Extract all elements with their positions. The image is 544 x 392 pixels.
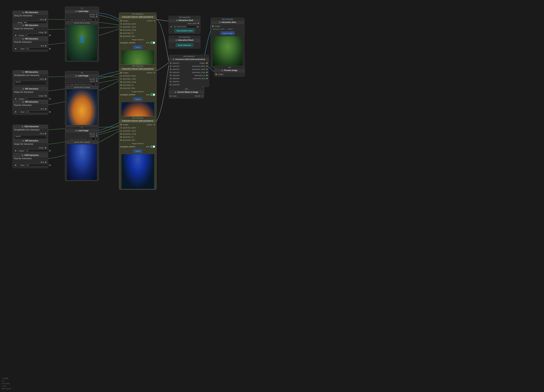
node-89-float-in: parameter_float — [120, 139, 136, 141]
node-98-stringml: #98 Interactive StringMultiline (for Int… — [12, 70, 48, 87]
node-6-dot — [75, 75, 77, 76]
node-6-image-preview — [67, 89, 97, 125]
node-100-prev-btn[interactable]: ◄ — [14, 164, 17, 166]
node-86-header: Interactive Switch (with parameters) — [169, 58, 209, 61]
node-100-next-btn[interactable]: ► — [49, 164, 51, 166]
node-93-float-input[interactable] — [25, 47, 49, 50]
node-54-id: #54 Interactive — [169, 36, 200, 39]
node-95-dot — [22, 88, 24, 90]
node-93-float-field: ◄ float ► — [14, 47, 46, 50]
node-91-string-out: string — [14, 18, 46, 20]
node-49-dot — [222, 70, 223, 71]
node-95-next-btn[interactable]: ► — [49, 97, 51, 100]
node-5-header: Load Image — [65, 10, 99, 13]
node-87-toggle[interactable] — [150, 41, 155, 44]
node-68-toggle[interactable] — [150, 93, 155, 96]
node-87-latent-in: parameter_latent — [120, 23, 136, 25]
node-87-ports: images parameter_latent parameter_mask p… — [119, 19, 156, 38]
node-99-int-port — [45, 147, 46, 149]
node-53-new-random-btn[interactable]: New Random Seed — [174, 29, 195, 33]
node-93-float: #93 Interactive Float (for Interactive) … — [12, 37, 48, 52]
node-68-images-label: images selector — [119, 90, 156, 93]
node-98-text-input[interactable]: test2 — [14, 81, 46, 85]
node-6-prev-file[interactable]: ◄ — [67, 83, 69, 85]
node-87-int-in: parameter_int — [120, 32, 136, 34]
node-68-float-in: parameter_float — [120, 87, 136, 89]
node-6-choose-btn[interactable]: choose file to upload — [66, 86, 98, 89]
node-5-prev-file[interactable]: ◄ — [67, 19, 69, 21]
node-91-subtitle: String (for Interactive) — [13, 14, 48, 17]
node-68-selector-out: selector — [147, 72, 155, 74]
node-96-float-field: ◄ float ► — [14, 111, 46, 113]
node-49-images-in: images — [215, 73, 243, 75]
node-7-next-file[interactable]: ► — [95, 138, 97, 140]
node-48-id: #48 — [169, 88, 204, 90]
node-91-header: #91 Interactive — [13, 11, 48, 14]
node-95-int-input[interactable] — [25, 97, 49, 100]
node-49-id: #49 — [214, 66, 245, 69]
node-95-int-field: ◄ integer ► — [14, 97, 46, 100]
node-89-select-btn[interactable]: Select — [133, 149, 142, 153]
node-55-save: #55 Interactive Interactive Save images … — [211, 18, 244, 68]
node-53-seed-field: ◄ 358778032592680 ► — [170, 25, 199, 28]
node-89-toggle[interactable] — [150, 145, 155, 148]
node-91-string-input[interactable] — [23, 21, 47, 24]
node-100-float-input[interactable] — [25, 164, 49, 166]
node-68-select-btn[interactable]: Select — [133, 97, 142, 101]
node-54-dot — [176, 40, 177, 41]
node-6-next-file[interactable]: ► — [95, 83, 97, 85]
node-55-save-btn[interactable]: Save Image — [221, 31, 235, 35]
node-100-dot — [22, 155, 23, 156]
node-53-seed-input[interactable]: 358778032592680 — [173, 25, 196, 28]
node-92-header: #92 Interactive — [13, 24, 48, 27]
node-53-seed-next[interactable]: ► — [197, 26, 199, 28]
node-96-next-btn[interactable]: ► — [49, 111, 51, 113]
node-100-float-port — [45, 161, 46, 163]
node-100-float-out: float — [14, 161, 46, 163]
node-87-selector-out: selector — [147, 20, 155, 22]
node-96-prev-btn[interactable]: ◄ — [14, 111, 17, 113]
node-68-string-in: parameter_string — [120, 81, 136, 83]
node-7-file-field: ◄ image clipspace/clipspace-mask-25319.5… — [66, 138, 98, 140]
node-5-file-field: ◄ image clipspace/clipspace-mask-13606.6… — [66, 18, 98, 21]
node-98-string-out: string — [14, 78, 46, 80]
node-99-int-input[interactable] — [25, 149, 49, 152]
node-99-int-out: integer — [14, 147, 46, 149]
node-92-next-btn[interactable]: ► — [49, 34, 51, 37]
node-68-latent-in: parameter_latent — [120, 75, 136, 77]
node-87-images-label: images selector — [119, 38, 156, 41]
node-93-header: #93 Interactive — [13, 37, 48, 41]
node-95-prev-btn[interactable]: ◄ — [14, 97, 17, 100]
node-96-float-input[interactable] — [25, 111, 49, 113]
node-5-next-file[interactable]: ► — [95, 19, 97, 21]
node-68-ports: images parameter_latent parameter_mask p… — [119, 71, 156, 90]
node-92-prev-btn[interactable]: ◄ — [14, 34, 17, 37]
node-86-sel8: selector8 — [170, 84, 180, 86]
node-93-next-btn[interactable]: ► — [49, 47, 51, 50]
node-48-convert: #48 Convert Mask to Image mask IMAGE — [169, 88, 204, 98]
node-95-int-out: integer — [14, 95, 46, 97]
node-48-header: Convert Mask to Image — [169, 90, 204, 94]
node-68-toggle-row: propagate_deselect true — [119, 93, 156, 96]
node-48-image-out: IMAGE — [195, 95, 203, 97]
node-100-header: #100 Interactive — [13, 154, 48, 157]
node-89-id: #89 Interactive — [119, 117, 156, 119]
node-99-next-btn[interactable]: ► — [49, 149, 51, 152]
node-5-dot — [75, 11, 77, 12]
node-53-seed-prev[interactable]: ◄ — [170, 26, 172, 28]
node-99-prev-btn[interactable]: ◄ — [14, 149, 17, 152]
node-89-selector-out: selector — [147, 124, 155, 126]
node-7-choose-btn[interactable]: choose file to upload — [66, 141, 98, 144]
node-5-choose-btn[interactable]: choose file to upload — [66, 22, 98, 24]
node-54-reset-btn[interactable]: Reset selections — [176, 43, 194, 47]
node-7-image-out — [96, 133, 97, 135]
node-7-prev-file[interactable]: ◄ — [67, 138, 69, 140]
node-5-image-preview — [67, 25, 97, 61]
node-93-prev-btn[interactable]: ◄ — [14, 47, 17, 50]
node-86-sel3: selector3 — [170, 68, 180, 70]
node-87-select-btn[interactable]: Select — [133, 45, 142, 49]
node-86-string-out: parameter_string — [192, 71, 208, 73]
node-92-int-input[interactable] — [25, 34, 49, 37]
node-89-selector: #89 Interactive Interactive Selector (wi… — [119, 117, 156, 190]
node-7-mask-out — [96, 135, 97, 137]
